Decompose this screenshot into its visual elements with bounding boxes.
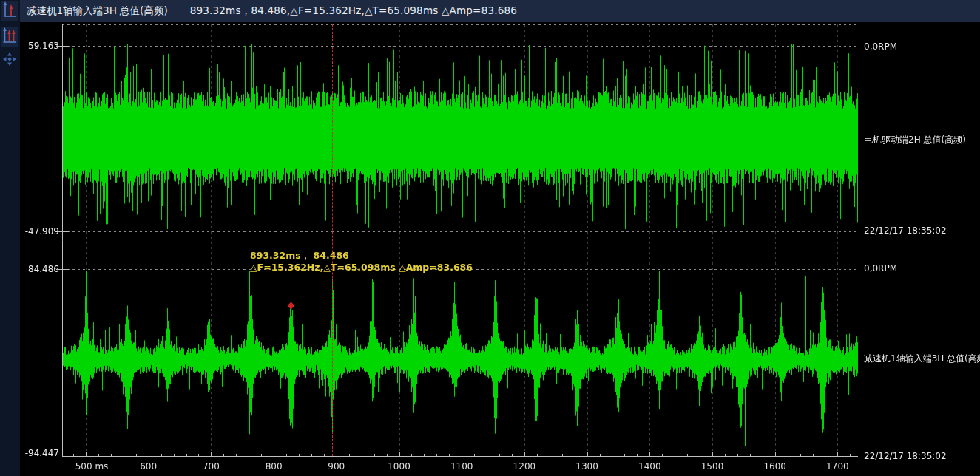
active-channel-title: 减速机1轴输入端3H 总值(高频) (27, 4, 168, 18)
tool-harmonic-cursor-button[interactable] (1, 27, 18, 47)
top-chart-rpm-label: 0,0RPM (864, 41, 897, 52)
vibration-analyzer-window: 减速机1轴输入端3H 总值(高频) 893.32ms，84.486,△F=15.… (0, 0, 980, 476)
x-tick-label: 500 ms (75, 461, 109, 472)
cursor-b-line[interactable] (332, 24, 333, 456)
tool-single-peak-cursor-button[interactable] (1, 1, 18, 21)
bottom-chart-channel-label: 减速机1轴输入端3H 总值(高频) (864, 353, 980, 365)
top-chart-channel-label: 电机驱动端2H 总值(高频) (864, 134, 966, 146)
x-tick-label: 1100 (450, 461, 473, 472)
x-tick-label: 1000 (388, 461, 410, 472)
harmonic-cursor-icon (2, 27, 17, 47)
x-tick-label: 1400 (638, 461, 661, 472)
x-tick-label: 1200 (513, 461, 536, 472)
tool-pan-button[interactable] (1, 50, 18, 71)
single-peak-cursor-icon (2, 1, 17, 21)
toolbar-sidebar (0, 0, 20, 476)
x-tick-label: 1500 (701, 461, 724, 472)
bottom-chart-ymin-label: -94.447 (19, 448, 59, 458)
top-chart-ymin-label: -47.909 (19, 226, 59, 237)
bottom-chart-rpm-label: 0,0RPM (864, 263, 897, 273)
cursor-annotation: 893.32ms， 84.486 △F=15.362Hz,△T=65.098ms… (250, 250, 473, 273)
x-tick-label: 800 (266, 461, 283, 472)
bottom-chart-timestamp: 22/12/17 18:35:02 (864, 451, 947, 461)
annotation-position-line: 893.32ms， 84.486 (250, 250, 473, 262)
cursor-readout: 893.32ms，84.486,△F=15.362Hz,△T=65.098ms … (190, 4, 517, 18)
x-tick-label: 900 (328, 461, 345, 472)
top-chart-timestamp: 22/12/17 18:35:02 (864, 225, 947, 236)
annotation-delta-line: △F=15.362Hz,△T=65.098ms △Amp=83.686 (250, 262, 473, 273)
x-tick-label: 1300 (575, 461, 598, 472)
bottom-chart-ymax-label: 84.486 (19, 264, 59, 274)
pan-move-icon (2, 52, 17, 69)
top-chart-ymax-label: 59.163 (19, 41, 59, 51)
x-tick-label: 600 (140, 461, 157, 472)
cursor-a-reference-line[interactable] (291, 24, 291, 456)
title-bar: 减速机1轴输入端3H 总值(高频) 893.32ms，84.486,△F=15.… (20, 0, 980, 22)
waveform-canvas (0, 0, 980, 476)
x-tick-label: 1600 (763, 461, 786, 472)
x-tick-label: 1700 (826, 461, 849, 472)
x-tick-label: 700 (203, 461, 220, 472)
